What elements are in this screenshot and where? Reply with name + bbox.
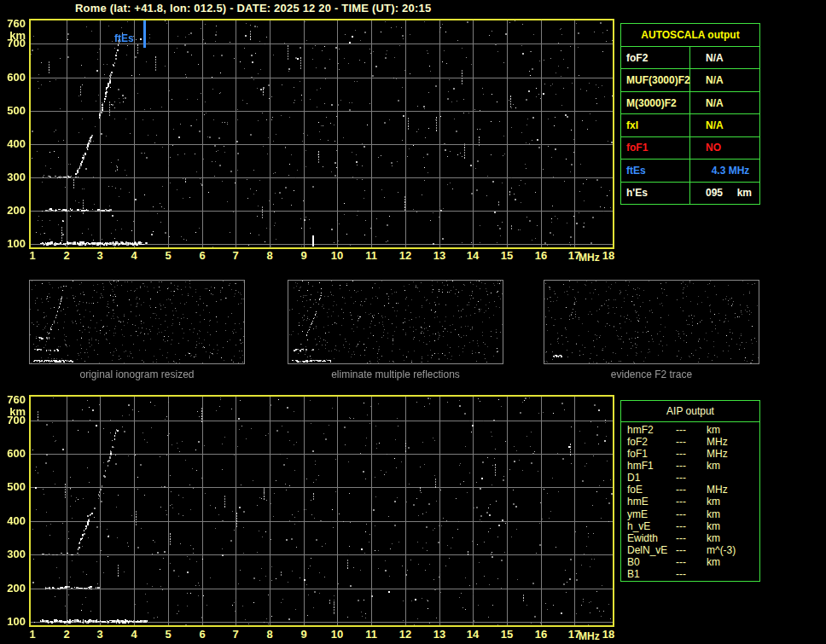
- autoscala-param-value: N/A: [690, 52, 759, 64]
- aip-param-value: ---: [676, 496, 707, 508]
- x-tick-label-8: 8: [260, 250, 279, 262]
- aip-output-table: AIP output hmF2---kmfoF2---MHzfoF1---MHz…: [620, 400, 760, 582]
- x-tick-label-12: 12: [396, 250, 415, 262]
- x-tick-label-16: 16: [532, 629, 550, 641]
- thumbnail-caption-original: original ionogram resized: [29, 368, 245, 380]
- x-tick-label-12: 12: [396, 629, 415, 641]
- y-tick-label-400: 400: [0, 138, 26, 150]
- aip-param-value: ---: [676, 533, 707, 545]
- thumbnail-evidence-f2: [544, 280, 759, 364]
- autoscala-row-ftEs: ftEs 4.3 MHz: [621, 160, 759, 182]
- autoscala-row-MUF(3000)F2: MUF(3000)F2N/A: [621, 69, 759, 91]
- x-tick-label-13: 13: [430, 250, 449, 262]
- aip-table-rows: hmF2---kmfoF2---MHzfoF1---MHzhmF1---kmD1…: [621, 422, 759, 581]
- autoscala-table-rows: foF2N/AMUF(3000)F2N/AM(3000)F2N/AfxIN/Af…: [621, 47, 759, 204]
- x-axis-unit-mhz: MHz: [579, 252, 600, 264]
- y-tick-label-200: 200: [0, 205, 26, 217]
- aip-param-label: h_vE: [621, 521, 676, 533]
- autoscala-row-h'Es: h'Es095 km: [621, 183, 759, 204]
- aip-row-DelN_vE: DelN_vE---m^(-3): [621, 545, 759, 557]
- y-tick-label-400: 400: [0, 515, 26, 527]
- autoscala-param-value: 4.3 MHz: [690, 165, 759, 177]
- x-tick-label-9: 9: [294, 250, 313, 262]
- aip-param-label: foE: [621, 484, 676, 496]
- main-ionogram-canvas: [31, 20, 613, 247]
- x-tick-label-3: 3: [90, 250, 109, 262]
- aip-row-B1: B1---: [621, 569, 759, 581]
- autoscala-param-label: foF1: [621, 137, 690, 159]
- x-tick-label-8: 8: [260, 629, 279, 641]
- x-tick-label-11: 11: [362, 629, 381, 641]
- x-tick-label-6: 6: [193, 250, 212, 262]
- x-tick-label-15: 15: [497, 250, 516, 262]
- aip-row-foF2: foF2---MHz: [621, 437, 759, 449]
- aip-param-label: ymE: [621, 509, 676, 521]
- autoscala-window: Rome (lat: +41.8, lon: 012.5) - DATE: 20…: [0, 0, 826, 644]
- x-tick-label-5: 5: [159, 629, 177, 641]
- x-tick-label-1: 1: [23, 629, 42, 641]
- x-tick-label-2: 2: [57, 250, 76, 262]
- y-tick-label-300: 300: [0, 548, 26, 560]
- aip-param-unit: MHz: [707, 449, 759, 461]
- y-tick-label-500: 500: [0, 105, 26, 117]
- y-tick-label-100: 100: [0, 238, 26, 250]
- x-tick-label-7: 7: [226, 250, 245, 262]
- autoscala-param-label: fxI: [621, 114, 690, 136]
- x-tick-label-7: 7: [226, 629, 245, 641]
- aip-row-Ewidth: Ewidth---km: [621, 533, 759, 545]
- thumbnail-eliminate-canvas: [288, 281, 503, 363]
- aip-param-label: hmF2: [621, 425, 676, 437]
- restored-ionogram-plot: [29, 395, 614, 627]
- aip-param-value: ---: [676, 449, 707, 461]
- aip-param-label: Ewidth: [621, 533, 676, 545]
- aip-param-unit: km: [707, 425, 759, 437]
- x-tick-label-15: 15: [497, 629, 516, 641]
- aip-param-value: ---: [676, 484, 707, 496]
- x-tick-label-14: 14: [463, 629, 482, 641]
- aip-param-unit: MHz: [707, 437, 759, 449]
- aip-param-unit: km: [707, 496, 759, 508]
- aip-row-h_vE: h_vE---km: [621, 521, 759, 533]
- aip-param-unit: [707, 473, 759, 484]
- aip-row-hmF1: hmF1---km: [621, 461, 759, 473]
- autoscala-param-value: N/A: [690, 119, 759, 131]
- aip-param-label: hmF1: [621, 461, 676, 473]
- aip-row-B0: B0---km: [621, 557, 759, 569]
- aip-row-foF1: foF1---MHz: [621, 449, 759, 461]
- x-tick-label-10: 10: [328, 250, 346, 262]
- y-tick-label-600: 600: [0, 448, 26, 460]
- autoscala-param-value: N/A: [690, 74, 759, 86]
- autoscala-output-table: AUTOSCALA output foF2N/AMUF(3000)F2N/AM(…: [620, 23, 760, 205]
- autoscala-row-fxI: fxIN/A: [621, 114, 759, 136]
- x-tick-label-6: 6: [193, 629, 212, 641]
- x-tick-label-11: 11: [362, 250, 381, 262]
- aip-param-value: ---: [676, 557, 707, 569]
- y-tick-label-300: 300: [0, 171, 26, 183]
- aip-table-title: AIP output: [621, 401, 759, 422]
- thumbnail-caption-evidence: evidence F2 trace: [544, 368, 759, 380]
- y-tick-label-700: 700: [0, 38, 26, 49]
- y-tick-label-600: 600: [0, 72, 26, 84]
- aip-param-label: foF1: [621, 449, 676, 461]
- autoscala-row-foF2: foF2N/A: [621, 47, 759, 69]
- x-tick-label-14: 14: [463, 250, 482, 262]
- aip-row-ymE: ymE---km: [621, 509, 759, 521]
- autoscala-row-M(3000)F2: M(3000)F2N/A: [621, 92, 759, 114]
- y-tick-label-700: 700: [0, 415, 26, 426]
- autoscala-param-value: NO: [690, 142, 759, 154]
- aip-param-value: ---: [676, 509, 707, 521]
- ftes-marker-label: ftEs: [114, 32, 134, 44]
- x-tick-label-10: 10: [328, 629, 346, 641]
- y-tick-label-100: 100: [0, 616, 26, 628]
- autoscala-param-label: MUF(3000)F2: [621, 69, 690, 90]
- aip-param-label: hmE: [621, 496, 676, 508]
- aip-param-unit: [707, 569, 759, 581]
- x-tick-label-18: 18: [599, 629, 618, 641]
- y-tick-label-500: 500: [0, 481, 26, 493]
- aip-param-unit: km: [707, 557, 759, 569]
- thumbnail-caption-eliminate: eliminate multiple reflections: [288, 368, 503, 380]
- aip-param-value: ---: [676, 521, 707, 533]
- thumbnail-evidence-canvas: [544, 281, 759, 363]
- aip-row-hmE: hmE---km: [621, 496, 759, 508]
- autoscala-row-foF1: foF1NO: [621, 137, 759, 160]
